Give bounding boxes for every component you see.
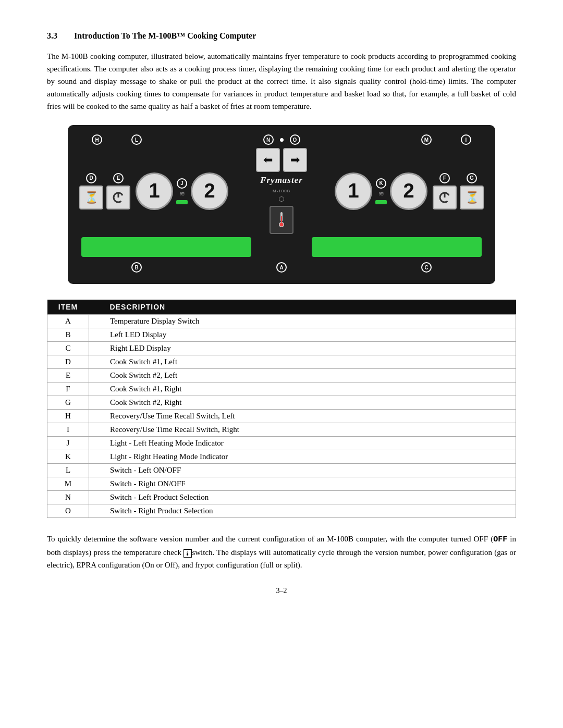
table-cell-item: M	[47, 477, 89, 491]
arrow-left-btn[interactable]: ⬅	[256, 148, 280, 172]
brand-name: Frymaster	[260, 175, 303, 186]
label-D: D	[86, 173, 96, 183]
table-row: NSwitch - Left Product Selection	[47, 491, 516, 504]
table-cell-description: Light - Right Heating Mode Indicator	[89, 450, 516, 464]
power-btn-right[interactable]	[433, 186, 457, 209]
label-L: L	[131, 134, 142, 145]
green-heat-right	[375, 200, 387, 204]
temp-display-btn[interactable]	[270, 206, 293, 234]
table-row: HRecovery/Use Time Recall Switch, Left	[47, 410, 516, 423]
table-cell-item: G	[47, 396, 89, 410]
table-cell-item: D	[47, 355, 89, 369]
table-col1-header: ITEM	[47, 300, 89, 315]
table-cell-item: I	[47, 423, 89, 437]
section-header: 3.3 Introduction To The M-100B™ Cooking …	[47, 31, 516, 41]
table-cell-description: Cook Switch #1, Right	[89, 382, 516, 396]
right-led-display	[312, 237, 482, 257]
power-btn-left[interactable]	[106, 186, 130, 209]
label-E: E	[113, 173, 124, 183]
product-btn-1-right[interactable]: 1	[335, 172, 372, 210]
svg-point-5	[280, 223, 284, 227]
label-G: G	[467, 173, 477, 183]
table-cell-description: Right LED Display	[89, 342, 516, 355]
label-H: H	[92, 134, 102, 145]
section-title: Introduction To The M-100B™ Cooking Comp…	[74, 31, 256, 41]
table-row: JLight - Left Heating Mode Indicator	[47, 437, 516, 450]
table-cell-description: Cook Switch #2, Right	[89, 396, 516, 410]
nav-dot	[280, 138, 284, 142]
table-cell-description: Switch - Left ON/OFF	[89, 464, 516, 477]
table-row: FCook Switch #1, Right	[47, 382, 516, 396]
heat-indicator-right: ≋	[378, 190, 384, 198]
table-cell-item: O	[47, 504, 89, 518]
table-row: MSwitch - Right ON/OFF	[47, 477, 516, 491]
svg-rect-4	[281, 216, 282, 223]
table-row: DCook Switch #1, Left	[47, 355, 516, 369]
table-row: ECook Switch #2, Left	[47, 369, 516, 382]
label-I: I	[461, 134, 471, 145]
body-paragraph-1: The M-100B cooking computer, illustrated…	[47, 50, 516, 113]
green-heat-left	[176, 200, 188, 204]
table-cell-item: C	[47, 342, 89, 355]
table-cell-description: Switch - Right ON/OFF	[89, 477, 516, 491]
arrow-right-btn[interactable]: ➡	[283, 148, 307, 172]
hourglass-btn-right[interactable]: ⏳	[460, 186, 484, 209]
table-cell-item: B	[47, 328, 89, 342]
label-O: O	[290, 134, 300, 145]
heat-indicator-left: ≋	[179, 190, 185, 198]
table-cell-item: N	[47, 491, 89, 504]
table-cell-description: Switch - Right Product Selection	[89, 504, 516, 518]
body-paragraph-2: To quickly determine the software versio…	[47, 533, 516, 571]
table-row: KLight - Right Heating Mode Indicator	[47, 450, 516, 464]
brand-subtitle: M-100B	[273, 189, 290, 193]
product-btn-2-right[interactable]: 2	[390, 172, 427, 210]
product-btn-1-left[interactable]: 1	[136, 172, 173, 210]
product-btn-2-left[interactable]: 2	[191, 172, 228, 210]
table-cell-item: A	[47, 315, 89, 328]
label-J: J	[177, 178, 187, 189]
label-F: F	[439, 173, 450, 183]
table-cell-item: F	[47, 382, 89, 396]
fryer-diagram: H L N O	[68, 125, 495, 284]
table-row: IRecovery/Use Time Recall Switch, Right	[47, 423, 516, 437]
section-number: 3.3	[47, 31, 57, 41]
table-row: CRight LED Display	[47, 342, 516, 355]
table-row: BLeft LED Display	[47, 328, 516, 342]
label-M: M	[421, 134, 432, 145]
table-row: GCook Switch #2, Right	[47, 396, 516, 410]
label-B: B	[131, 262, 142, 273]
table-cell-description: Switch - Left Product Selection	[89, 491, 516, 504]
page-number: 3–2	[47, 587, 516, 595]
table-col2-header: DESCRIPTION	[89, 300, 516, 315]
left-led-display	[81, 237, 251, 257]
table-row: OSwitch - Right Product Selection	[47, 504, 516, 518]
table-cell-item: H	[47, 410, 89, 423]
label-A: A	[276, 262, 287, 273]
table-cell-item: E	[47, 369, 89, 382]
table-cell-item: L	[47, 464, 89, 477]
hourglass-btn-left[interactable]: ⏳	[79, 186, 103, 209]
table-cell-description: Temperature Display Switch	[89, 315, 516, 328]
table-row: ATemperature Display Switch	[47, 315, 516, 328]
table-cell-item: J	[47, 437, 89, 450]
table-cell-description: Recovery/Use Time Recall Switch, Left	[89, 410, 516, 423]
table-cell-description: Cook Switch #1, Left	[89, 355, 516, 369]
table-cell-description: Left LED Display	[89, 328, 516, 342]
table-row: LSwitch - Left ON/OFF	[47, 464, 516, 477]
label-N: N	[263, 134, 274, 145]
table-cell-description: Light - Left Heating Mode Indicator	[89, 437, 516, 450]
temp-icon: 🌡	[183, 549, 192, 558]
table-cell-item: K	[47, 450, 89, 464]
label-C: C	[421, 262, 432, 273]
label-K: K	[376, 178, 386, 189]
table-cell-description: Cook Switch #2, Left	[89, 369, 516, 382]
table-cell-description: Recovery/Use Time Recall Switch, Right	[89, 423, 516, 437]
body2-part1: To quickly determine the software versio…	[47, 535, 493, 543]
settings-icon	[279, 196, 284, 202]
body2-off: OFF	[493, 535, 507, 544]
description-table: ITEM DESCRIPTION ATemperature Display Sw…	[47, 300, 516, 518]
